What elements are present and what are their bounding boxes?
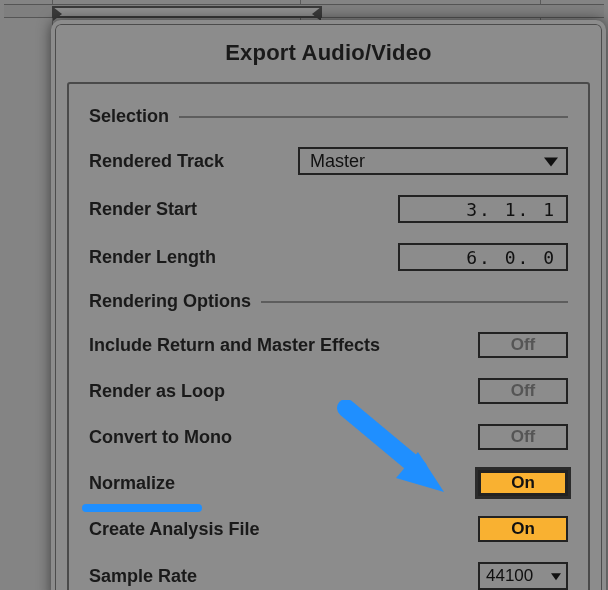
row-sample-rate: Sample Rate 44100 [89,562,568,590]
section-label: Selection [89,106,169,127]
convert-mono-toggle[interactable]: Off [478,424,568,450]
render-length-value: 6. 0. 0 [466,247,556,268]
render-loop-toggle[interactable]: Off [478,378,568,404]
render-start-field[interactable]: 3. 1. 1 [398,195,568,223]
label-convert-mono: Convert to Mono [89,427,232,448]
label-rendered-track: Rendered Track [89,151,224,172]
label-analysis-file: Create Analysis File [89,519,259,540]
render-length-field[interactable]: 6. 0. 0 [398,243,568,271]
row-render-as-loop: Render as Loop Off [89,378,568,404]
row-convert-mono: Convert to Mono Off [89,424,568,450]
row-render-length: Render Length 6. 0. 0 [89,243,568,271]
sample-rate-dropdown[interactable]: 44100 [478,562,568,590]
analysis-file-toggle[interactable]: On [478,516,568,542]
section-rule [179,116,568,118]
export-audio-video-dialog: Export Audio/Video Selection Rendered Tr… [51,20,606,590]
row-analysis-file: Create Analysis File On [89,516,568,542]
row-include-return: Include Return and Master Effects Off [89,332,568,358]
label-render-length: Render Length [89,247,216,268]
sample-rate-value: 44100 [486,566,533,586]
row-render-start: Render Start 3. 1. 1 [89,195,568,223]
row-normalize: Normalize On [89,470,568,496]
dialog-body: Selection Rendered Track Master Render S… [67,82,590,590]
chevron-down-icon [544,157,558,166]
rendered-track-dropdown[interactable]: Master [298,147,568,175]
loop-brace-region [4,4,604,18]
include-return-toggle[interactable]: Off [478,332,568,358]
row-rendered-track: Rendered Track Master [89,147,568,175]
label-render-as-loop: Render as Loop [89,381,225,402]
chevron-down-icon [551,573,561,580]
render-start-value: 3. 1. 1 [466,199,556,220]
rendered-track-value: Master [310,151,365,172]
section-header-selection: Selection [89,106,568,127]
normalize-toggle[interactable]: On [478,470,568,496]
section-header-rendering: Rendering Options [89,291,568,312]
label-sample-rate: Sample Rate [89,566,197,587]
section-rule [261,301,568,303]
label-render-start: Render Start [89,199,197,220]
dialog-title: Export Audio/Video [55,24,602,80]
section-label: Rendering Options [89,291,251,312]
label-normalize: Normalize [89,473,175,494]
label-include-return: Include Return and Master Effects [89,335,380,356]
